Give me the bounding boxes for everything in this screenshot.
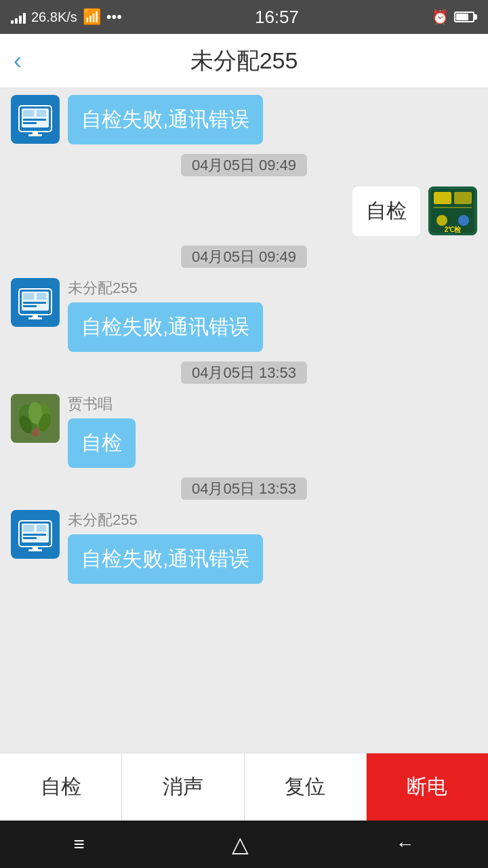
timestamp-3: 04月05日 13:53 (11, 363, 477, 383)
message-content-2: 自检 (352, 186, 420, 236)
avatar-meter-3 (11, 510, 60, 559)
sender-name-3: 未分配255 (68, 278, 263, 298)
svg-rect-4 (23, 119, 46, 121)
home-button[interactable]: △ (232, 831, 249, 857)
svg-rect-33 (23, 525, 34, 532)
mute-button[interactable]: 消声 (122, 753, 244, 821)
svg-rect-37 (33, 547, 38, 549)
status-right: ⏰ (432, 9, 477, 25)
message-bubble: 自检失败,通讯错误 (68, 95, 263, 144)
timestamp-2: 04月05日 09:49 (11, 247, 477, 267)
more-icon: ••• (106, 8, 122, 26)
message-content-5: 未分配255 自检失败,通讯错误 (68, 510, 263, 584)
back-button[interactable]: ‹ (14, 47, 22, 75)
svg-rect-5 (23, 122, 37, 124)
action-bar: 自检 消声 复位 断电 (0, 753, 488, 821)
svg-rect-19 (37, 293, 46, 300)
menu-button[interactable]: ≡ (73, 833, 84, 855)
avatar-meter-2 (11, 278, 60, 327)
message-bubble-2: 自检 (352, 186, 420, 236)
svg-rect-7 (28, 134, 42, 136)
wifi-icon: 📶 (83, 8, 101, 26)
svg-rect-10 (434, 192, 451, 204)
svg-rect-6 (33, 132, 38, 134)
reset-button[interactable]: 复位 (245, 753, 367, 821)
status-bar: 26.8K/s 📶 ••• 16:57 ⏰ (0, 0, 488, 34)
timestamp-4: 04月05日 13:53 (11, 479, 477, 499)
svg-rect-2 (23, 110, 34, 117)
page-title: 未分配255 (190, 45, 298, 77)
message-content-4: 贾书唱 自检 (68, 394, 136, 468)
svg-rect-20 (23, 302, 46, 304)
chat-area: 自检失败,通讯错误 04月05日 09:49 2℃检 自检 (0, 88, 488, 753)
message-row-3: 未分配255 自检失败,通讯错误 (11, 278, 477, 352)
avatar-plant (11, 394, 60, 443)
svg-rect-18 (23, 293, 34, 300)
svg-rect-22 (33, 315, 38, 317)
timestamp-1: 04月05日 09:49 (11, 155, 477, 176)
message-row: 自检失败,通讯错误 (11, 95, 477, 144)
message-content-3: 未分配255 自检失败,通讯错误 (68, 278, 263, 352)
svg-point-14 (458, 215, 469, 226)
sender-name-4: 贾书唱 (68, 394, 136, 414)
message-row-2: 2℃检 自检 (11, 186, 477, 236)
svg-rect-36 (23, 537, 37, 539)
message-content: 自检失败,通讯错误 (68, 95, 263, 144)
network-speed: 26.8K/s (31, 9, 77, 25)
self-check-button[interactable]: 自检 (0, 753, 122, 821)
battery-icon (454, 12, 477, 22)
svg-rect-11 (454, 192, 472, 204)
nav-bar: ≡ △ ← (0, 821, 488, 868)
svg-rect-12 (434, 207, 472, 208)
svg-rect-38 (28, 549, 42, 551)
svg-rect-21 (23, 305, 37, 307)
message-row-4: 贾书唱 自检 (11, 394, 477, 468)
message-row-5: 未分配255 自检失败,通讯错误 (11, 510, 477, 584)
status-time: 16:57 (255, 7, 299, 28)
svg-rect-23 (28, 317, 42, 319)
avatar-meter-1 (11, 95, 60, 144)
svg-point-13 (436, 215, 447, 226)
svg-text:2℃检: 2℃检 (445, 226, 462, 233)
svg-rect-35 (23, 534, 46, 536)
message-bubble-3: 自检失败,通讯错误 (68, 302, 263, 352)
signal-icon (11, 10, 26, 24)
alarm-icon: ⏰ (432, 9, 449, 25)
power-off-button[interactable]: 断电 (367, 753, 488, 821)
sender-name-5: 未分配255 (68, 510, 263, 530)
svg-rect-3 (37, 110, 46, 117)
avatar-circuit: 2℃检 (428, 186, 477, 235)
svg-rect-34 (37, 525, 46, 532)
message-bubble-4: 自检 (68, 418, 136, 468)
message-bubble-5: 自检失败,通讯错误 (68, 534, 263, 584)
back-nav-button[interactable]: ← (396, 833, 415, 855)
status-left: 26.8K/s 📶 ••• (11, 8, 122, 26)
header: ‹ 未分配255 (0, 34, 488, 88)
